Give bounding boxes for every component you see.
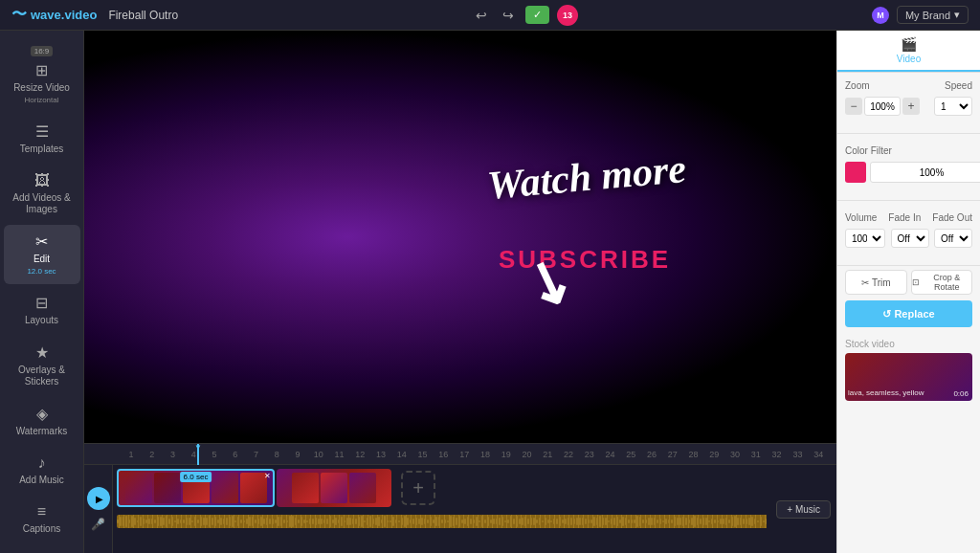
tab-video[interactable]: 🎬 Video [837, 31, 980, 72]
main-layout: 16:9 ⊞ Resize VideoHorizontal ☰ Template… [0, 31, 980, 553]
color-filter-input[interactable] [870, 162, 980, 183]
replace-icon: ↺ [882, 308, 891, 320]
video-canvas[interactable]: Watch more SUBSCRIBE ↙ [84, 31, 836, 443]
clip-inner-2 [277, 469, 391, 507]
overlays-icon: ★ [35, 343, 49, 362]
top-bar: 〜 wave.video Fireball Outro ↩ ↪ ✓ 13 M M… [0, 0, 980, 31]
timeline-area: ▼ 12345678910111213141516171819202122232… [84, 443, 836, 553]
color-filter-label-row: Color Filter [845, 145, 972, 156]
color-swatch[interactable] [845, 162, 866, 183]
add-music-icon: ♪ [38, 454, 46, 472]
mic-icon[interactable]: 🎤 [91, 518, 105, 531]
volume-fade-label-row: Volume Fade In Fade Out [845, 212, 972, 223]
video-background [84, 31, 836, 443]
fade-out-label: Fade Out [932, 212, 972, 223]
project-title: Fireball Outro [108, 9, 178, 22]
speed-label: Speed [945, 80, 972, 91]
watermarks-icon: ◈ [36, 405, 48, 423]
timeline-left-controls: ▶ 🎤 [84, 465, 113, 553]
sidebar-item-edit[interactable]: ✂ Edit12.0 sec [4, 225, 80, 284]
color-filter-label: Color Filter [845, 145, 892, 156]
zoom-row: Zoom Speed [845, 80, 972, 91]
video-clip-2[interactable] [277, 469, 391, 507]
resize-icon: ⊞ [35, 61, 48, 79]
sidebar-item-templates[interactable]: ☰ Templates [4, 115, 80, 163]
templates-icon: ☰ [35, 122, 49, 141]
sidebar-item-watermarks[interactable]: ◈ Watermarks [4, 397, 80, 445]
add-music-area: + Music [767, 465, 836, 553]
clip-close-icon[interactable]: ✕ [264, 472, 271, 480]
audio-track [113, 511, 767, 532]
brand-label: My Brand [905, 10, 950, 21]
check-icon: ✓ [533, 9, 542, 21]
volume-fade-controls-row: 100% 75% 50% 0% Off 1s 2s Off 1s 2s [845, 229, 972, 248]
logo-text: wave.video [31, 8, 97, 22]
ruler-numbers: 1234567891011121314151617181920212223242… [92, 450, 829, 459]
crop-rotate-label: Crop & Rotate [923, 273, 972, 292]
volume-label: Volume [845, 212, 877, 223]
replace-button[interactable]: ↺ Replace [845, 300, 972, 327]
trim-label: Trim [872, 277, 891, 288]
video-clip-1[interactable]: 6.0 sec ✕ [117, 469, 275, 507]
add-clip-button[interactable]: + [401, 471, 435, 505]
undo-button[interactable]: ↩ [472, 6, 491, 25]
sidebar-item-label: Captions [23, 523, 60, 535]
trim-button[interactable]: ✂ Trim [845, 270, 907, 295]
track-clips: 6.0 sec ✕ [113, 465, 439, 511]
layouts-icon: ⊟ [35, 294, 48, 312]
play-icon: ▶ [96, 494, 103, 504]
stock-video-section: Stock video lava, seamless, yellow 0:06 [837, 335, 980, 409]
play-button[interactable]: ▶ [87, 487, 110, 510]
left-sidebar: 16:9 ⊞ Resize VideoHorizontal ☰ Template… [0, 31, 84, 553]
center-area: Watch more SUBSCRIBE ↙ ▼ 123456789101112… [84, 31, 836, 553]
color-filter-row [845, 162, 972, 183]
redo-button[interactable]: ↪ [499, 6, 518, 25]
top-bar-center: ↩ ↪ ✓ 13 [472, 5, 578, 26]
captions-icon: ≡ [37, 503, 46, 520]
speed-select[interactable]: 1 0.5 1.5 2 [934, 97, 972, 116]
right-panel-tabs: 🎬 Video [837, 31, 980, 73]
sidebar-item-publish[interactable]: ⬆ Publish [4, 544, 80, 553]
timeline-content: ▶ 🎤 [84, 465, 836, 553]
sidebar-item-resize[interactable]: 16:9 ⊞ Resize VideoHorizontal [4, 38, 80, 113]
crop-rotate-button[interactable]: ⊡ Crop & Rotate [911, 270, 973, 295]
track-row-video: 6.0 sec ✕ [113, 465, 767, 511]
rp-zoom-speed-section: Zoom Speed − + 1 0.5 1.5 2 [837, 73, 980, 129]
replace-label: Replace [894, 308, 934, 320]
brand-button[interactable]: My Brand ▾ [897, 6, 969, 24]
sidebar-item-layouts[interactable]: ⊟ Layouts [4, 286, 80, 334]
sidebar-item-label: Resize VideoHorizontal [13, 82, 70, 105]
user-avatar: M [872, 7, 889, 24]
edit-icon: ✂ [35, 232, 48, 251]
sidebar-item-label: Edit12.0 sec [27, 254, 56, 276]
sidebar-item-label: Overlays & Stickers [8, 365, 77, 387]
sidebar-item-add-videos[interactable]: 🖼 Add Videos & Images [4, 165, 80, 223]
add-music-button[interactable]: + Music [776, 500, 831, 519]
zoom-control: − + [845, 97, 920, 116]
volume-select[interactable]: 100% 75% 50% 0% [845, 229, 885, 248]
sidebar-item-label: Templates [20, 144, 64, 155]
top-bar-left: 〜 wave.video Fireball Outro [11, 5, 178, 25]
clip-duration-badge: 6.0 sec [180, 472, 212, 482]
stock-item[interactable]: lava, seamless, yellow 0:06 [845, 353, 972, 401]
fade-out-select[interactable]: Off 1s 2s [934, 229, 972, 248]
trim-icon: ✂ [861, 277, 869, 288]
sidebar-item-captions[interactable]: ≡ Captions [4, 496, 80, 542]
action-buttons: ✂ Trim ⊡ Crop & Rotate [837, 270, 980, 300]
sidebar-item-label: Add Videos & Images [8, 192, 77, 215]
stock-tags: lava, seamless, yellow [848, 388, 924, 398]
zoom-controls-row: − + 1 0.5 1.5 2 [845, 97, 972, 116]
add-videos-icon: 🖼 [34, 172, 50, 189]
stock-duration: 0:06 [953, 389, 969, 398]
fade-in-select[interactable]: Off 1s 2s [891, 229, 929, 248]
audio-waveform [117, 515, 767, 528]
divider-3 [837, 265, 980, 266]
sidebar-item-add-music[interactable]: ♪ Add Music [4, 447, 80, 494]
sidebar-item-overlays[interactable]: ★ Overlays & Stickers [4, 336, 80, 395]
color-filter-section: Color Filter [837, 138, 980, 196]
check-button[interactable]: ✓ [525, 6, 549, 24]
zoom-plus-button[interactable]: + [902, 98, 920, 115]
zoom-minus-button[interactable]: − [845, 98, 862, 115]
volume-fade-section: Volume Fade In Fade Out 100% 75% 50% 0% … [837, 205, 980, 261]
zoom-input[interactable] [864, 97, 901, 116]
